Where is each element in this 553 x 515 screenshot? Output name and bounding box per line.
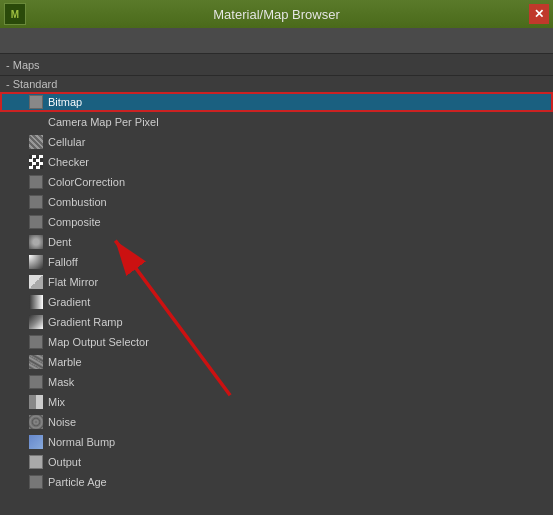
- item-label: ColorCorrection: [48, 176, 125, 188]
- list-item[interactable]: Mask: [0, 372, 553, 392]
- item-label: Composite: [48, 216, 101, 228]
- list-item[interactable]: Mix: [0, 392, 553, 412]
- cellular-icon: [28, 134, 44, 150]
- no-icon: [28, 474, 44, 490]
- close-button[interactable]: ✕: [529, 4, 549, 24]
- no-icon: [28, 174, 44, 190]
- item-label: Flat Mirror: [48, 276, 98, 288]
- gradient-icon: [28, 294, 44, 310]
- list-item[interactable]: Camera Map Per Pixel: [0, 112, 553, 132]
- item-label: Marble: [48, 356, 82, 368]
- app-logo: M: [4, 3, 26, 25]
- list-item[interactable]: Dent: [0, 232, 553, 252]
- gradient-ramp-icon: [28, 314, 44, 330]
- list-item[interactable]: Map Output Selector: [0, 332, 553, 352]
- maps-header: - Maps: [0, 54, 553, 76]
- title-bar: M Material/Map Browser ✕: [0, 0, 553, 28]
- item-label: Dent: [48, 236, 71, 248]
- item-label: Gradient Ramp: [48, 316, 123, 328]
- falloff-icon: [28, 254, 44, 270]
- toolbar: [0, 28, 553, 54]
- list-item[interactable]: Output: [0, 452, 553, 472]
- output-icon: [28, 454, 44, 470]
- dent-icon: [28, 234, 44, 250]
- list-item[interactable]: Flat Mirror: [0, 272, 553, 292]
- no-icon: [28, 194, 44, 210]
- mix-icon: [28, 394, 44, 410]
- list-item[interactable]: Cellular: [0, 132, 553, 152]
- item-label: Camera Map Per Pixel: [48, 116, 159, 128]
- list-item[interactable]: ColorCorrection: [0, 172, 553, 192]
- item-label: Mask: [48, 376, 74, 388]
- noise-icon: [28, 414, 44, 430]
- item-label: Output: [48, 456, 81, 468]
- list-item[interactable]: Bitmap: [0, 92, 553, 112]
- item-label: Falloff: [48, 256, 78, 268]
- item-list[interactable]: - Standard Bitmap Camera Map Per Pixel C…: [0, 76, 553, 515]
- list-item[interactable]: Noise: [0, 412, 553, 432]
- list-item[interactable]: Falloff: [0, 252, 553, 272]
- no-icon: [28, 334, 44, 350]
- maps-label: - Maps: [6, 59, 40, 71]
- list-item[interactable]: Normal Bump: [0, 432, 553, 452]
- list-item[interactable]: Gradient Ramp: [0, 312, 553, 332]
- checker-icon: [28, 154, 44, 170]
- marble-icon: [28, 354, 44, 370]
- item-label: Map Output Selector: [48, 336, 149, 348]
- window-title: Material/Map Browser: [213, 7, 339, 22]
- no-icon: [28, 214, 44, 230]
- item-label: Mix: [48, 396, 65, 408]
- item-label: Gradient: [48, 296, 90, 308]
- item-label: Particle Age: [48, 476, 107, 488]
- item-label: Checker: [48, 156, 89, 168]
- no-icon: [28, 114, 44, 130]
- item-label: Combustion: [48, 196, 107, 208]
- list-item[interactable]: Marble: [0, 352, 553, 372]
- normal-bump-icon: [28, 434, 44, 450]
- no-icon: [28, 374, 44, 390]
- list-item[interactable]: Checker: [0, 152, 553, 172]
- list-item[interactable]: Composite: [0, 212, 553, 232]
- flat-mirror-icon: [28, 274, 44, 290]
- item-label: Cellular: [48, 136, 85, 148]
- standard-section-label: - Standard: [0, 76, 553, 92]
- item-label: Noise: [48, 416, 76, 428]
- list-item[interactable]: Particle Age: [0, 472, 553, 492]
- list-item[interactable]: Gradient: [0, 292, 553, 312]
- bitmap-icon: [28, 94, 44, 110]
- item-label: Bitmap: [48, 96, 82, 108]
- item-label: Normal Bump: [48, 436, 115, 448]
- list-item[interactable]: Combustion: [0, 192, 553, 212]
